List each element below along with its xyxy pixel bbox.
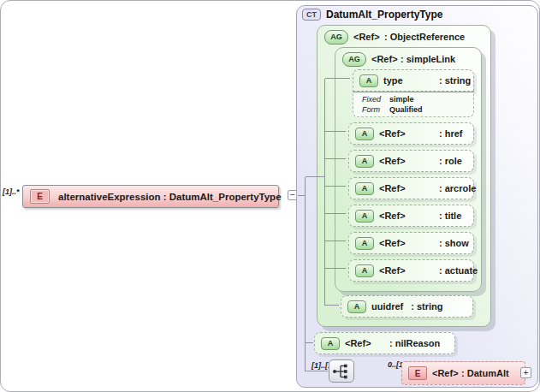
- attribute-group-type: : ObjectReference: [384, 32, 465, 42]
- attribute-datatype: : nilReason: [389, 338, 440, 348]
- element-alternativeExpression[interactable]: E alternativeExpression : DatumAlt_Prope…: [22, 185, 279, 208]
- attribute-group-icon: AG: [342, 52, 366, 67]
- attribute-type[interactable]: A type : string: [353, 69, 474, 92]
- attribute-icon: A: [355, 155, 374, 168]
- attribute-facets-box: Fixedsimple FormQualified: [353, 92, 474, 117]
- attribute-icon: A: [355, 128, 374, 140]
- attribute-name: <Ref>: [345, 338, 389, 348]
- attribute-datatype: : string: [411, 301, 442, 312]
- element-multiplicity-label: [1]..*: [3, 187, 20, 196]
- attribute-name: uuidref: [371, 301, 403, 312]
- attribute-href[interactable]: A <Ref> : href: [348, 122, 474, 145]
- complex-type-title: DatumAlt_PropertyType: [326, 9, 442, 21]
- element-name: <Ref>: [432, 368, 461, 378]
- facet-row: FormQualified: [362, 104, 470, 115]
- attribute-icon: A: [359, 74, 378, 87]
- attribute-icon: A: [355, 210, 374, 223]
- attribute-group-name: <Ref>: [371, 54, 401, 64]
- attribute-show[interactable]: A <Ref> : show: [348, 232, 474, 254]
- attribute-datatype: : string: [439, 75, 471, 86]
- attribute-icon: A: [355, 182, 374, 195]
- attribute-actuate[interactable]: A <Ref> : actuate: [348, 259, 474, 282]
- attribute-icon: A: [355, 264, 374, 277]
- attribute-datatype: : show: [439, 238, 469, 248]
- expand-toggle-icon[interactable]: +: [520, 367, 531, 378]
- attribute-title[interactable]: A <Ref> : title: [348, 205, 474, 227]
- facet-value: simple: [389, 95, 414, 104]
- attribute-icon: A: [347, 300, 366, 313]
- attribute-group-objectreference[interactable]: AG <Ref> : ObjectReference AG <Ref> : si…: [317, 25, 491, 327]
- attribute-group-type: : simpleLink: [401, 54, 455, 64]
- attribute-datatype: : actuate: [439, 265, 478, 276]
- attribute-icon: A: [355, 237, 374, 250]
- sequence-icon: [331, 363, 352, 380]
- attribute-icon: A: [321, 337, 340, 350]
- facet-label: Form: [362, 104, 389, 115]
- attribute-datatype: : title: [439, 211, 461, 221]
- attribute-datatype: : role: [439, 156, 462, 166]
- attribute-name: <Ref>: [379, 183, 439, 193]
- facet-label: Fixed: [362, 94, 389, 104]
- complex-type-icon: CT: [302, 9, 321, 21]
- attribute-group-header: AG <Ref> : ObjectReference: [317, 26, 490, 48]
- attribute-group-icon: AG: [324, 30, 348, 45]
- sequence-compositor[interactable]: [329, 359, 354, 383]
- schema-diagram-canvas: [1]..* E alternativeExpression : DatumAl…: [0, 0, 540, 392]
- element-label: alternativeExpression : DatumAlt_Propert…: [58, 192, 282, 202]
- attribute-role[interactable]: A <Ref> : role: [348, 150, 474, 172]
- attribute-uuidref[interactable]: A uuidref : string: [341, 295, 473, 318]
- attribute-name: <Ref>: [379, 128, 439, 139]
- attribute-name: type: [383, 75, 439, 86]
- attribute-group-name: <Ref>: [353, 32, 384, 42]
- element-icon: E: [30, 189, 50, 204]
- attribute-name: <Ref>: [379, 238, 439, 248]
- attribute-datatype: : arcrole: [439, 183, 476, 193]
- facet-value: Qualified: [389, 105, 423, 114]
- attribute-nilreason[interactable]: A <Ref> : nilReason: [314, 332, 455, 354]
- attribute-arcrole[interactable]: A <Ref> : arcrole: [348, 177, 474, 199]
- facet-row: Fixedsimple: [362, 94, 470, 104]
- attribute-name: <Ref>: [379, 156, 439, 166]
- attribute-group-simplelink[interactable]: AG <Ref> : simpleLink A type : string Fi…: [335, 47, 482, 292]
- attribute-group-header: AG <Ref> : simpleLink: [335, 48, 481, 70]
- attribute-name: <Ref>: [379, 265, 439, 276]
- element-datumalt[interactable]: E <Ref> : DatumAlt: [401, 361, 525, 385]
- attribute-name: <Ref>: [379, 211, 439, 221]
- element-type: : DatumAlt: [461, 368, 509, 378]
- complex-type-box[interactable]: CT DatumAlt_PropertyType AG <Ref> : Obje…: [296, 5, 538, 388]
- element-icon: E: [408, 366, 427, 380]
- attribute-datatype: : href: [439, 128, 463, 139]
